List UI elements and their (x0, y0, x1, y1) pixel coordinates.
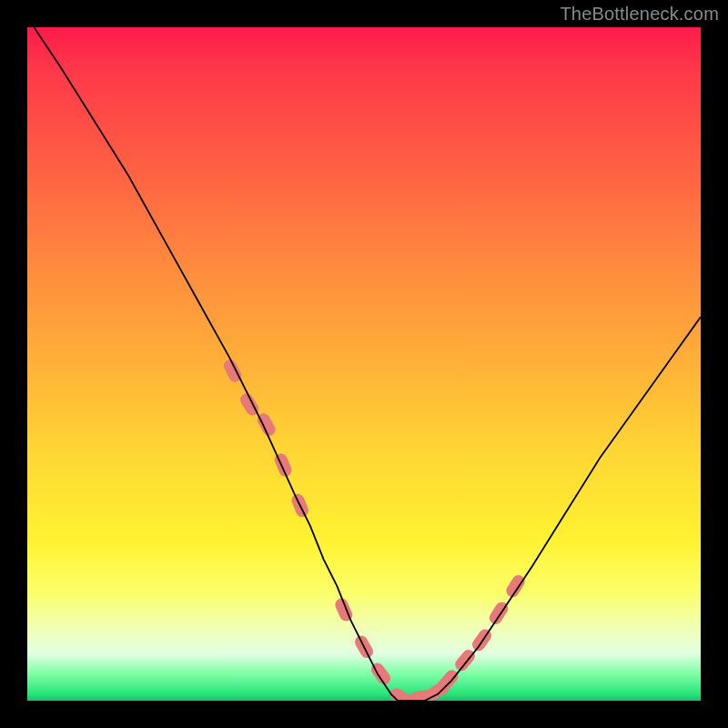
bottleneck-curve (34, 27, 701, 701)
plot-area (27, 27, 701, 701)
watermark-text: TheBottleneck.com (560, 4, 719, 25)
curve-layer (27, 27, 701, 701)
highlight-dot (504, 572, 528, 599)
highlight-dot (452, 647, 477, 673)
highlight-dot (470, 627, 493, 653)
highlight-dot (333, 596, 354, 622)
highlight-dot (273, 451, 294, 478)
chart-frame: TheBottleneck.com (0, 0, 728, 728)
